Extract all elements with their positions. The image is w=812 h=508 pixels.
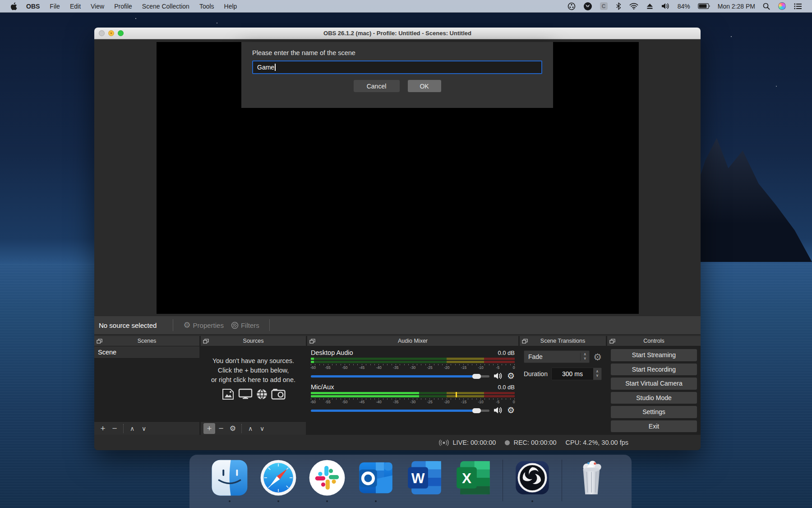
filters-button[interactable]: Filters: [231, 322, 259, 329]
meter-tick-label: -30: [410, 365, 415, 370]
meter-tick-label: -10: [478, 365, 484, 370]
meter-tick-label: -40: [376, 400, 382, 404]
properties-label: Properties: [193, 322, 224, 329]
dock-word-icon[interactable]: W: [405, 459, 444, 504]
menu-tools[interactable]: Tools: [194, 3, 219, 10]
battery-icon[interactable]: [698, 3, 710, 9]
record-indicator-dot: [505, 440, 510, 445]
add-scene-button[interactable]: +: [97, 423, 109, 434]
volume-icon[interactable]: [661, 3, 670, 9]
siri-icon[interactable]: [778, 2, 786, 10]
slider-handle[interactable]: [472, 374, 481, 379]
display-icon: [238, 388, 253, 400]
move-source-up-button[interactable]: ∧: [245, 423, 256, 434]
meter-tick-label: -5: [496, 400, 500, 404]
channel-db-value: 0.0 dB: [498, 350, 515, 356]
channel-settings-gear-icon[interactable]: ⚙: [507, 372, 515, 380]
audio-mixer-header[interactable]: Audio Mixer: [307, 336, 518, 346]
scene-transitions-header[interactable]: Scene Transitions: [520, 336, 606, 346]
sources-panel-header[interactable]: Sources: [201, 336, 306, 346]
exit-button[interactable]: Exit: [611, 420, 697, 433]
menu-scene-collection[interactable]: Scene Collection: [137, 3, 194, 10]
obs-window: OBS 26.1.2 (mac) - Profile: Untitled - S…: [94, 28, 701, 450]
dock-outlook-icon[interactable]: [356, 459, 395, 504]
studio-mode-button[interactable]: Studio Mode: [611, 392, 697, 404]
dock-obs-icon[interactable]: [513, 459, 552, 504]
transition-settings-gear-icon[interactable]: ⚙: [593, 352, 602, 362]
menu-obs[interactable]: OBS: [21, 3, 45, 10]
remove-scene-button[interactable]: −: [109, 423, 120, 434]
speaker-icon[interactable]: [494, 372, 503, 380]
start-virtual-camera-button[interactable]: Start Virtual Camera: [611, 378, 697, 390]
dock-trash-icon[interactable]: [572, 459, 611, 504]
meter-tick-label: -15: [461, 400, 466, 404]
c-app-status-icon[interactable]: C: [600, 2, 608, 10]
separator: [269, 319, 270, 331]
scene-name-input[interactable]: Game: [252, 61, 542, 74]
dark-app-status-icon[interactable]: [584, 2, 592, 10]
cancel-button[interactable]: Cancel: [354, 80, 400, 92]
scenes-panel-header[interactable]: Scenes: [94, 336, 199, 346]
menu-view[interactable]: View: [86, 3, 109, 10]
rec-timer: REC: 00:00:00: [513, 439, 556, 446]
sources-empty-text-2: Click the + button below,: [201, 366, 306, 375]
apple-logo-icon[interactable]: [10, 2, 17, 10]
volume-slider[interactable]: [311, 406, 489, 415]
meter-tick-label: -60: [310, 365, 316, 370]
meter-tick-label: -10: [478, 400, 484, 404]
meter-tick-label: -20: [444, 365, 449, 370]
meter-tick-label: -55: [325, 365, 331, 370]
settings-button[interactable]: Settings: [611, 406, 697, 418]
separator: [173, 319, 173, 331]
controls-header[interactable]: Controls: [607, 336, 701, 346]
move-scene-down-button[interactable]: ∨: [138, 423, 150, 434]
scenes-panel: Scenes Scene + − ∧ ∨: [94, 336, 199, 435]
speaker-icon[interactable]: [494, 406, 503, 414]
scene-list-item[interactable]: Scene: [94, 346, 199, 359]
channel-settings-gear-icon[interactable]: ⚙: [507, 406, 515, 415]
menu-help[interactable]: Help: [219, 3, 242, 10]
scenes-panel-title: Scenes: [94, 338, 199, 344]
dock-slack-icon[interactable]: [308, 459, 346, 504]
menu-file[interactable]: File: [45, 3, 65, 10]
sources-panel-title: Sources: [201, 338, 306, 344]
properties-button[interactable]: ⚙ Properties: [183, 321, 224, 329]
eject-icon[interactable]: [646, 3, 653, 9]
start-recording-button[interactable]: Start Recording: [611, 364, 697, 376]
cpu-fps-stats: CPU: 4.2%, 30.00 fps: [566, 439, 628, 446]
dock-excel-icon[interactable]: X: [454, 459, 493, 504]
ok-button[interactable]: OK: [408, 80, 441, 92]
spinner-arrows-icon[interactable]: ∧∨: [593, 368, 601, 380]
meter-tick-label: -45: [359, 365, 364, 370]
source-properties-button[interactable]: ⚙: [227, 423, 239, 434]
move-scene-up-button[interactable]: ∧: [126, 423, 138, 434]
notification-center-icon[interactable]: [794, 3, 802, 9]
transition-select[interactable]: Fade ∧∨: [524, 350, 590, 363]
meter-tick-label: -15: [461, 365, 466, 370]
dock-finder-icon[interactable]: [210, 459, 249, 504]
window-title-bar[interactable]: OBS 26.1.2 (mac) - Profile: Untitled - S…: [94, 28, 701, 39]
dialog-prompt: Please enter the name of the scene: [252, 49, 542, 56]
wifi-icon[interactable]: [629, 3, 638, 9]
duration-spinbox[interactable]: 300 ms ∧∨: [551, 368, 602, 380]
meter-tick-label: 0: [513, 365, 515, 370]
dock-safari-icon[interactable]: [259, 459, 298, 504]
channel-db-value: 0.0 dB: [498, 384, 515, 391]
sources-empty-area[interactable]: You don't have any sources. Click the + …: [201, 346, 306, 421]
remove-source-button[interactable]: −: [215, 423, 227, 434]
obs-status-icon[interactable]: [567, 2, 576, 10]
bluetooth-icon[interactable]: [616, 2, 621, 10]
volume-slider[interactable]: [311, 372, 489, 380]
move-source-down-button[interactable]: ∨: [256, 423, 268, 434]
dock-separator: [562, 460, 562, 501]
add-source-button[interactable]: +: [203, 423, 215, 434]
spotlight-search-icon[interactable]: [763, 3, 770, 10]
menu-edit[interactable]: Edit: [65, 3, 86, 10]
slider-handle[interactable]: [472, 408, 481, 413]
volume-meter: [311, 392, 515, 397]
menu-profile[interactable]: Profile: [109, 3, 137, 10]
start-streaming-button[interactable]: Start Streaming: [611, 349, 697, 361]
menu-bar-clock[interactable]: Mon 2:28 PM: [718, 3, 755, 10]
no-source-selected-label: No source selected: [99, 322, 157, 329]
battery-percentage: 84%: [678, 3, 690, 10]
